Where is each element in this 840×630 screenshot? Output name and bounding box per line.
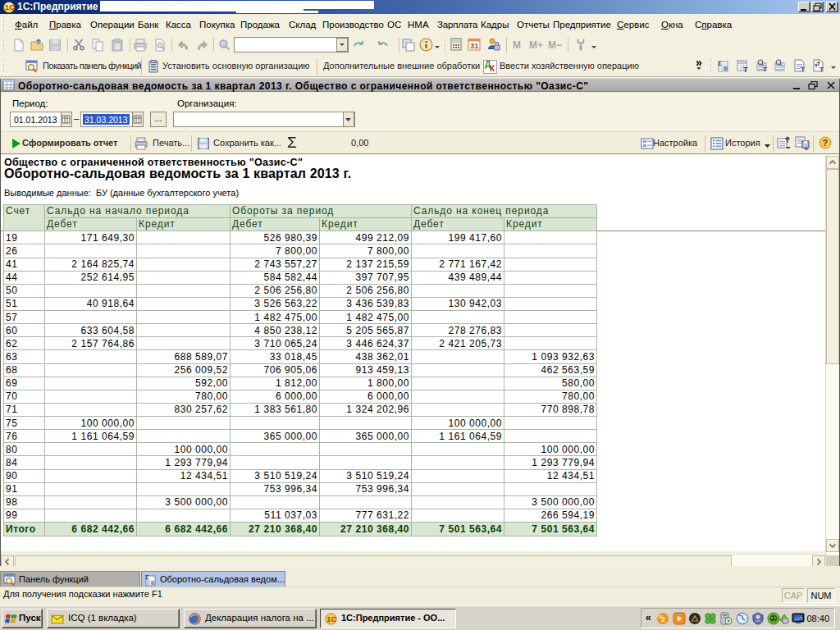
svg-text:T: T	[801, 66, 805, 72]
svg-text:T: T	[763, 66, 767, 72]
svg-text:Σ: Σ	[145, 574, 148, 580]
svg-text:31: 31	[470, 42, 478, 50]
svg-text:1С: 1С	[326, 615, 336, 623]
svg-text:T: T	[819, 66, 824, 72]
svg-text:2: 2	[661, 615, 665, 623]
svg-text:T: T	[743, 66, 748, 73]
svg-text:Σ: Σ	[718, 60, 722, 67]
svg-text:?: ?	[823, 138, 829, 148]
